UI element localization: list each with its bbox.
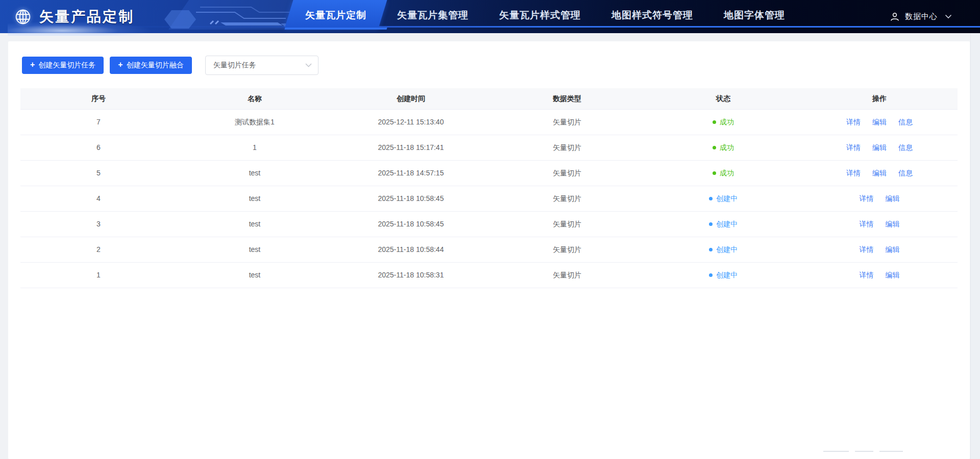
cell-seq: 2 <box>20 237 177 262</box>
cell-seq: 5 <box>20 161 177 186</box>
cell-created: 2025-12-11 15:13:40 <box>333 110 489 135</box>
table-row: 1 test 2025-11-18 10:58:31 矢量切片 创建中 详情编辑 <box>20 263 958 288</box>
table-row: 7 测试数据集1 2025-12-11 15:13:40 矢量切片 成功 详情编… <box>20 110 958 135</box>
cell-created: 2025-11-18 15:17:41 <box>333 135 489 160</box>
table-row: 5 test 2025-11-18 14:57:15 矢量切片 成功 详情编辑信… <box>20 161 958 186</box>
column-header-type: 数据类型 <box>489 88 645 109</box>
user-icon <box>890 12 900 22</box>
cell-actions: 详情编辑 <box>801 237 958 262</box>
create-vector-tile-merge-button[interactable]: + 创建矢量切片融合 <box>110 57 191 74</box>
pagination-fragment <box>879 451 903 452</box>
pagination-fragment <box>823 451 849 452</box>
action-edit-link[interactable]: 编辑 <box>872 135 887 160</box>
table-row: 6 1 2025-11-18 15:17:41 矢量切片 成功 详情编辑信息 <box>20 135 958 161</box>
cell-type: 矢量切片 <box>489 135 645 160</box>
cell-name: test <box>177 237 333 262</box>
status-label: 创建中 <box>716 212 738 237</box>
action-edit-link[interactable]: 编辑 <box>885 237 899 262</box>
cell-created: 2025-11-18 10:58:45 <box>333 212 489 237</box>
action-detail-link[interactable]: 详情 <box>846 110 861 135</box>
cell-actions: 详情编辑 <box>801 186 958 211</box>
chevron-down-icon <box>945 14 952 19</box>
cell-name: test <box>177 263 333 288</box>
tab-vector-tileset-manage[interactable]: 矢量瓦片集管理 <box>384 0 482 33</box>
cell-name: 1 <box>177 135 333 160</box>
user-name: 数据中心 <box>905 12 938 21</box>
column-header-actions: 操作 <box>801 88 958 109</box>
column-header-seq: 序号 <box>20 88 177 109</box>
pagination-fragment <box>855 451 873 452</box>
status-dot-icon <box>713 146 716 149</box>
cell-status: 成功 <box>645 135 801 160</box>
cell-type: 矢量切片 <box>489 212 645 237</box>
status-label: 创建中 <box>716 186 738 211</box>
action-edit-link[interactable]: 编辑 <box>885 186 899 211</box>
cell-type: 矢量切片 <box>489 161 645 186</box>
cell-actions: 详情编辑 <box>801 212 958 237</box>
action-detail-link[interactable]: 详情 <box>846 161 861 186</box>
action-detail-link[interactable]: 详情 <box>859 237 873 262</box>
status-dot-icon <box>713 120 716 124</box>
cell-seq: 6 <box>20 135 177 160</box>
cell-status: 创建中 <box>645 237 801 262</box>
cell-name: test <box>177 212 333 237</box>
tab-vector-tile-custom[interactable]: 矢量瓦片定制 <box>292 0 380 33</box>
action-detail-link[interactable]: 详情 <box>859 186 873 211</box>
action-edit-link[interactable]: 编辑 <box>885 263 899 288</box>
cell-name: test <box>177 186 333 211</box>
task-type-select[interactable]: 矢量切片任务 <box>205 56 318 75</box>
cell-created: 2025-11-18 10:58:45 <box>333 186 489 211</box>
action-detail-link[interactable]: 详情 <box>859 212 873 237</box>
table-header: 序号 名称 创建时间 数据类型 状态 操作 <box>20 88 958 110</box>
chevron-down-icon <box>305 63 312 67</box>
user-menu[interactable]: 数据中心 <box>890 0 952 33</box>
status-dot-icon <box>709 222 713 226</box>
cell-status: 创建中 <box>645 186 801 211</box>
nav-tabs: 矢量瓦片定制矢量瓦片集管理矢量瓦片样式管理地图样式符号管理地图字体管理 <box>292 0 798 33</box>
cell-seq: 4 <box>20 186 177 211</box>
column-header-status: 状态 <box>645 88 801 109</box>
status-label: 成功 <box>720 110 734 135</box>
action-detail-link[interactable]: 详情 <box>859 263 873 288</box>
status-label: 成功 <box>720 161 734 186</box>
status-dot-icon <box>709 197 713 200</box>
cell-type: 矢量切片 <box>489 263 645 288</box>
cell-name: 测试数据集1 <box>177 110 333 135</box>
cell-status: 成功 <box>645 110 801 135</box>
create-vector-tile-task-button[interactable]: + 创建矢量切片任务 <box>22 57 104 74</box>
cell-name: test <box>177 161 333 186</box>
cell-status: 创建中 <box>645 263 801 288</box>
cell-actions: 详情编辑 <box>801 263 958 288</box>
action-edit-link[interactable]: 编辑 <box>872 110 887 135</box>
action-info-link[interactable]: 信息 <box>898 110 913 135</box>
action-info-link[interactable]: 信息 <box>898 135 913 160</box>
cell-seq: 3 <box>20 212 177 237</box>
tab-vector-tile-style-manage[interactable]: 矢量瓦片样式管理 <box>486 0 594 33</box>
cell-created: 2025-11-18 10:58:44 <box>333 237 489 262</box>
cell-seq: 1 <box>20 263 177 288</box>
plus-icon: + <box>30 61 35 69</box>
action-edit-link[interactable]: 编辑 <box>872 161 887 186</box>
tab-map-style-symbol-manage[interactable]: 地图样式符号管理 <box>598 0 706 33</box>
app-logo: 矢量产品定制 <box>13 0 134 33</box>
globe-icon <box>13 7 33 27</box>
status-dot-icon <box>709 273 713 277</box>
table-row: 4 test 2025-11-18 10:58:45 矢量切片 创建中 详情编辑 <box>20 186 958 212</box>
action-detail-link[interactable]: 详情 <box>846 135 861 160</box>
task-table: 序号 名称 创建时间 数据类型 状态 操作 7 测试数据集1 2025-12-1… <box>20 88 958 288</box>
table-body: 7 测试数据集1 2025-12-11 15:13:40 矢量切片 成功 详情编… <box>20 110 958 288</box>
cell-type: 矢量切片 <box>489 110 645 135</box>
action-info-link[interactable]: 信息 <box>898 161 913 186</box>
tab-map-font-manage[interactable]: 地图字体管理 <box>710 0 798 33</box>
action-edit-link[interactable]: 编辑 <box>885 212 899 237</box>
column-header-name: 名称 <box>177 88 333 109</box>
cell-status: 成功 <box>645 161 801 186</box>
app-title: 矢量产品定制 <box>39 7 134 27</box>
page-scrollbar[interactable] <box>970 33 980 459</box>
header-decoration <box>149 0 297 30</box>
cell-actions: 详情编辑信息 <box>801 135 958 160</box>
cell-type: 矢量切片 <box>489 237 645 262</box>
task-type-select-value: 矢量切片任务 <box>213 61 256 70</box>
content-card: + 创建矢量切片任务 + 创建矢量切片融合 矢量切片任务 序号 名称 创建时间 … <box>8 41 970 459</box>
status-label: 创建中 <box>716 237 738 262</box>
